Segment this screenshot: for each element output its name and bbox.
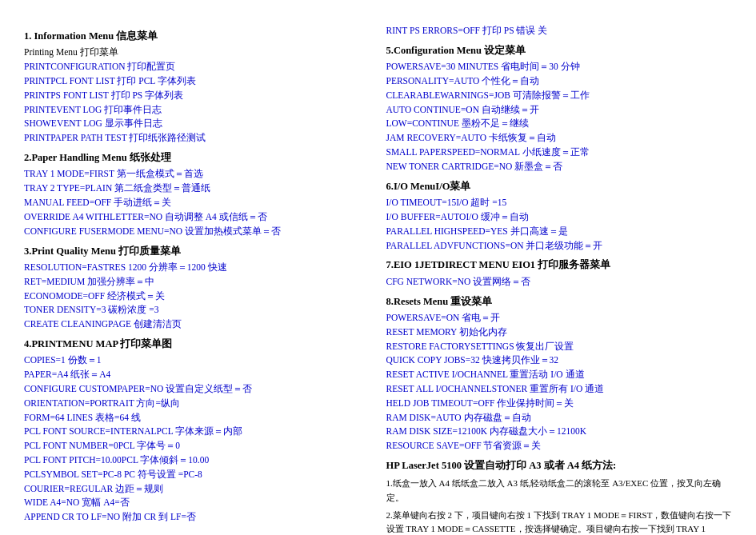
section: 1. Information Menu 信息菜单Printing Menu 打印… [24,29,370,146]
section: 5.Configuration Menu 设定菜单POWERSAVE=30 MI… [386,43,733,174]
list-item: APPEND CR TO LF=NO 附加 CR 到 LF=否 [24,510,370,525]
list-item: RESET ACTIVE I/OCHANNEL 重置活动 I/O 通道 [386,368,733,382]
list-item: PRINTPCL FONT LIST 打印 PCL 字体列表 [24,74,370,89]
list-item: PCL FONT SOURCE=INTERNALPCL 字体来源＝内部 [24,425,370,439]
list-item: Printing Menu 打印菜单 [24,46,370,60]
list-item: RESET MEMORY 初始化内存 [386,325,733,340]
list-item: ORIENTATION=PORTRAIT 方向=纵向 [24,397,370,411]
list-item: PCL FONT NUMBER=0PCL 字体号＝0 [24,439,370,453]
section: 4.PRINTMENU MAP 打印菜单图COPIES=1 份数＝1PAPER=… [24,337,370,525]
section: HP LaserJet 5100 设置自动打印 A3 或者 A4 纸方法:1.纸… [386,458,733,535]
list-item: RESTORE FACTORYSETTINGS 恢复出厂设置 [386,340,733,354]
section: 7.EIO 1JETDIRECT MENU EIO1 打印服务器菜单CFG NE… [386,258,733,289]
list-item: SHOWEVENT LOG 显示事件日志 [24,117,370,131]
list-item: NEW TONER CARTRIDGE=NO 新墨盒＝否 [386,160,733,174]
list-item: LOW=CONTINUE 墨粉不足＝继续 [386,117,733,131]
list-item: PARALLEL ADVFUNCTIONS=ON 并口老级功能＝开 [386,239,733,254]
list-item: PCL FONT PITCH=10.00PCL 字体倾斜＝10.00 [24,453,370,468]
list-item: POWERSAVE=ON 省电＝开 [386,311,733,325]
list-item: ECONOMODE=OFF 经济模式＝关 [24,289,370,304]
list-item: FORM=64 LINES 表格=64 线 [24,411,370,425]
list-item: RAM DISK=AUTO 内存磁盘＝自动 [386,411,733,425]
list-item: TRAY 1 MODE=FIRST 第一纸盒模式＝首选 [24,167,370,182]
list-item: PCLSYMBOL SET=PC-8 PC 符号设置 =PC-8 [24,468,370,482]
list-item: PERSONALITY=AUTO 个性化＝自动 [386,74,733,89]
list-item: POWERSAVE=30 MINUTES 省电时间＝30 分钟 [386,60,733,74]
section: 8.Resets Menu 重设菜单POWERSAVE=ON 省电＝开RESET… [386,294,733,454]
section: RINT PS ERRORS=OFF 打印 PS 错误 关 [386,24,733,38]
section-header: 4.PRINTMENU MAP 打印菜单图 [24,337,370,352]
section-header: 7.EIO 1JETDIRECT MENU EIO1 打印服务器菜单 [386,258,733,273]
list-item: QUICK COPY JOBS=32 快速拷贝作业＝32 [386,353,733,368]
list-item: CONFIGURE FUSERMODE MENU=NO 设置加热模式菜单＝否 [24,225,370,239]
list-item: TONER DENSITY=3 碳粉浓度 =3 [24,303,370,317]
list-item: CLEARABLEWARNINGS=JOB 可清除报警＝工作 [386,89,733,103]
list-item: PRINTPAPER PATH TEST 打印纸张路径测试 [24,131,370,146]
section: 6.I/O MenuI/O菜单I/O TIMEOUT=15I/O 超时 =15I… [386,179,733,254]
section-header: 1. Information Menu 信息菜单 [24,29,370,44]
section-header: 8.Resets Menu 重设菜单 [386,294,733,309]
right-column: RINT PS ERRORS=OFF 打印 PS 错误 关5.Configura… [386,24,733,535]
list-item: I/O TIMEOUT=15I/O 超时 =15 [386,196,733,210]
list-item: 2.菜单键向右按 2 下，项目键向右按 1 下找到 TRAY 1 MODE＝FI… [386,509,733,535]
list-item: PRINTCONFIGURATION 打印配置页 [24,60,370,74]
list-item: JAM RECOVERY=AUTO 卡纸恢复＝自动 [386,131,733,146]
list-item: OVERRIDE A4 WITHLETTER=NO 自动调整 A4 或信纸＝否 [24,210,370,225]
list-item: I/O BUFFER=AUTOI/O 缓冲＝自动 [386,210,733,225]
list-item: PRINTPS FONT LIST 打印 PS 字体列表 [24,89,370,103]
list-item: RESOURCE SAVE=OFF 节省资源＝关 [386,439,733,453]
list-item: RINT PS ERRORS=OFF 打印 PS 错误 关 [386,24,733,38]
list-item: PRINTEVENT LOG 打印事件日志 [24,103,370,118]
list-item: RET=MEDIUM 加强分辨率＝中 [24,275,370,289]
section-header: 3.Print Quality Menu 打印质量菜单 [24,244,370,259]
list-item: RESOLUTION=FASTRES 1200 分辨率＝1200 快速 [24,261,370,275]
list-item: COURIER=REGULAR 边距＝规则 [24,482,370,497]
section: 3.Print Quality Menu 打印质量菜单RESOLUTION=FA… [24,244,370,332]
section-header: 5.Configuration Menu 设定菜单 [386,43,733,58]
list-item: CONFIGURE CUSTOMPAPER=NO 设置自定义纸型＝否 [24,382,370,397]
section: 2.Paper Handling Menu 纸张处理TRAY 1 MODE=FI… [24,150,370,238]
list-item: PARALLEL HIGHSPEED=YES 并口高速＝是 [386,225,733,239]
list-item: RAM DISK SIZE=12100K 内存磁盘大小＝12100K [386,425,733,439]
list-item: MANUAL FEED=OFF 手动进纸＝关 [24,196,370,210]
list-item: CFG NETWORK=NO 设置网络＝否 [386,275,733,289]
list-item: COPIES=1 份数＝1 [24,353,370,368]
list-item: RESET ALL I/OCHANNELSTONER 重置所有 I/O 通道 [386,382,733,397]
list-item: PAPER=A4 纸张＝A4 [24,368,370,382]
list-item: TRAY 2 TYPE=PLAIN 第二纸盒类型＝普通纸 [24,182,370,196]
section-header: 2.Paper Handling Menu 纸张处理 [24,150,370,166]
list-item: 1.纸盒一放入 A4 纸纸盒二放入 A3 纸,轻动纸盒二的滚轮至 A3/EXEC… [386,477,733,505]
list-item: SMALL PAPERSPEED=NORMAL 小纸速度＝正常 [386,146,733,160]
list-item: CREATE CLEANINGPAGE 创建清洁页 [24,317,370,332]
list-item: WIDE A4=NO 宽幅 A4=否 [24,496,370,510]
list-item: HELD JOB TIMEOUT=OFF 作业保持时间＝关 [386,397,733,411]
section-header: HP LaserJet 5100 设置自动打印 A3 或者 A4 纸方法: [386,458,733,473]
section-header: 6.I/O MenuI/O菜单 [386,179,733,194]
list-item: AUTO CONTINUE=ON 自动继续＝开 [386,103,733,118]
left-column: 1. Information Menu 信息菜单Printing Menu 打印… [24,24,370,535]
